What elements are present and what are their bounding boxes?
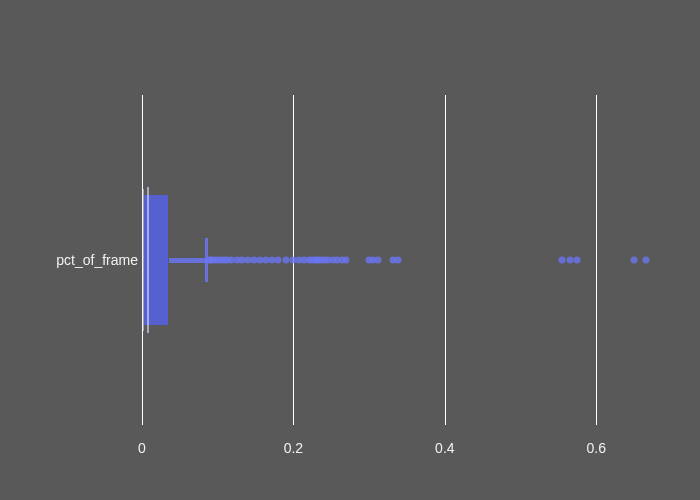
outlier-point — [642, 257, 649, 264]
whisker-cap-low — [142, 189, 144, 331]
outlier-point — [559, 257, 566, 264]
gridline — [596, 95, 597, 425]
outlier-point — [275, 257, 282, 264]
x-tick-label-02: 0.2 — [284, 440, 303, 456]
gridline — [445, 95, 446, 425]
outlier-point — [566, 257, 573, 264]
x-tick-label-0: 0 — [138, 440, 146, 456]
boxplot-figure: pct_of_frame 0 0.2 0.4 0.6 — [0, 0, 700, 500]
outlier-point — [343, 257, 350, 264]
plot-area — [142, 95, 672, 425]
outlier-point — [631, 257, 638, 264]
outlier-point — [375, 257, 382, 264]
whisker-line — [169, 258, 207, 263]
y-axis-category-label: pct_of_frame — [28, 252, 138, 268]
outlier-point — [574, 257, 581, 264]
outlier-point — [394, 257, 401, 264]
x-tick-label-04: 0.4 — [435, 440, 454, 456]
outlier-point — [282, 257, 289, 264]
x-tick-label-06: 0.6 — [587, 440, 606, 456]
box-median — [147, 187, 149, 333]
